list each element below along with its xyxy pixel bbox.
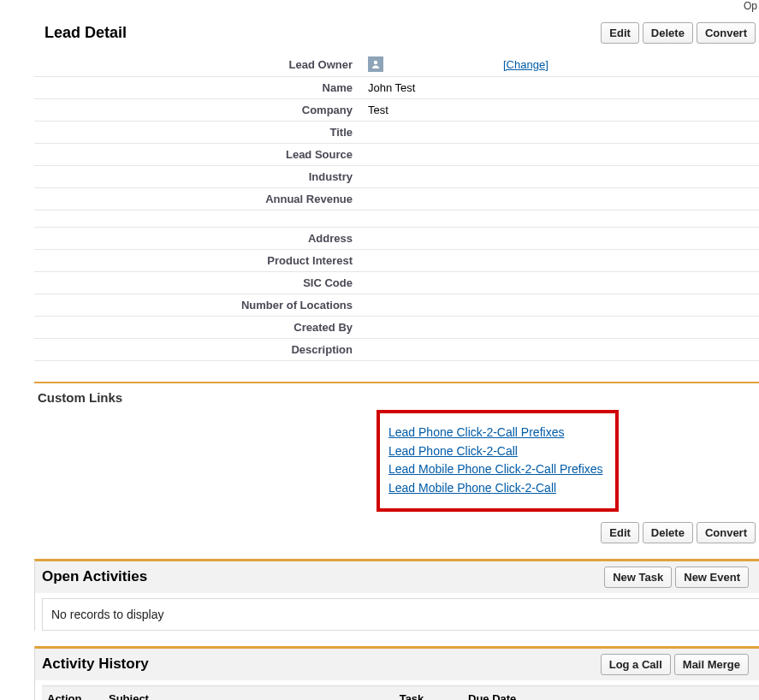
edit-button[interactable]: Edit [601, 522, 639, 543]
col-header-due-date: Due Date [463, 685, 759, 700]
activity-history-title: Activity History [42, 656, 149, 673]
field-label-industry: Industry [34, 166, 368, 188]
field-value-created-by [368, 317, 759, 339]
field-label-description: Description [34, 339, 368, 361]
field-value-description [368, 339, 759, 361]
field-label-title: Title [34, 122, 368, 144]
convert-button[interactable]: Convert [697, 22, 756, 44]
field-label-name: Name [34, 77, 368, 99]
open-activities-title: Open Activities [42, 568, 147, 585]
custom-link[interactable]: Lead Mobile Phone Click-2-Call Prefixes [388, 460, 603, 479]
top-button-row: Edit Delete Convert [601, 22, 759, 44]
field-value-product-interest [368, 250, 759, 272]
no-records-message: No records to display [42, 598, 759, 631]
field-value-lead-source [368, 144, 759, 166]
field-value-num-locations [368, 294, 759, 317]
field-label-annual-revenue: Annual Revenue [34, 188, 368, 211]
col-header-action: Action [42, 685, 104, 700]
field-label-product-interest: Product Interest [34, 250, 368, 272]
person-icon [368, 56, 383, 72]
activity-history-table: Action Subject Task Due Date Edit|Del Ca… [42, 685, 759, 700]
custom-link[interactable]: Lead Phone Click-2-Call Prefixes [388, 424, 603, 442]
custom-links-title: Custom Links [34, 383, 759, 410]
field-label-sic-code: SIC Code [34, 272, 368, 294]
open-activities-panel: Open Activities New Task New Event No re… [34, 559, 759, 631]
custom-link[interactable]: Lead Phone Click-2-Call [388, 442, 603, 461]
field-label-num-locations: Number of Locations [34, 294, 368, 317]
field-label-lead-owner: Lead Owner [34, 52, 368, 77]
field-label-created-by: Created By [34, 317, 368, 339]
col-header-subject: Subject [104, 685, 360, 700]
field-value-sic-code [368, 272, 759, 294]
field-value-company: Test [368, 99, 759, 122]
delete-button[interactable]: Delete [643, 22, 693, 44]
field-value-industry [368, 166, 759, 188]
log-a-call-button[interactable]: Log a Call [601, 654, 671, 675]
field-label-address: Address [34, 228, 368, 250]
change-owner-link[interactable]: [Change] [503, 58, 548, 71]
field-value-annual-revenue [368, 188, 759, 211]
custom-links-highlight-box: Lead Phone Click-2-Call Prefixes Lead Ph… [377, 410, 619, 512]
mail-merge-button[interactable]: Mail Merge [674, 654, 749, 675]
field-value-address [368, 228, 759, 250]
field-value-name: John Test [368, 77, 759, 99]
svg-point-0 [374, 61, 377, 64]
corner-text-fragment: Op [0, 0, 759, 14]
delete-button[interactable]: Delete [643, 522, 693, 543]
field-label-lead-source: Lead Source [34, 144, 368, 166]
bottom-button-row: Edit Delete Convert [34, 522, 759, 543]
edit-button[interactable]: Edit [601, 22, 639, 44]
detail-header: Lead Detail Edit Delete Convert [34, 22, 759, 44]
field-value-title [368, 122, 759, 144]
lead-detail-table: Lead Owner [Change] Name John Test Compa… [34, 52, 759, 361]
new-event-button[interactable]: New Event [675, 567, 749, 588]
new-task-button[interactable]: New Task [604, 567, 672, 588]
page-title: Lead Detail [34, 24, 127, 42]
custom-link[interactable]: Lead Mobile Phone Click-2-Call [388, 479, 603, 498]
col-header-task: Task [360, 685, 463, 700]
convert-button[interactable]: Convert [697, 522, 756, 543]
activity-history-panel: Activity History Log a Call Mail Merge A… [34, 646, 759, 700]
field-label-company: Company [34, 99, 368, 122]
